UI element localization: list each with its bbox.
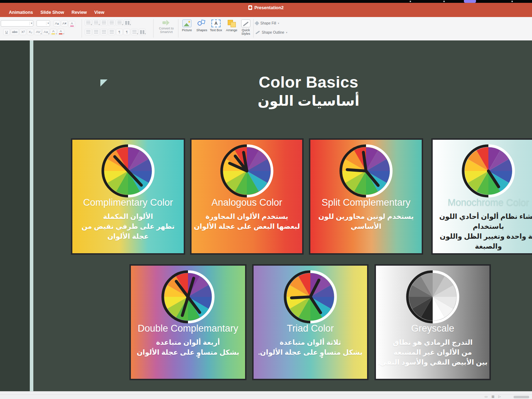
group-divider: [178, 19, 178, 38]
increase-indent-button[interactable]: [108, 20, 115, 26]
arrange-icon: [227, 20, 236, 27]
font-size-combo[interactable]: [37, 20, 50, 27]
powerpoint-title-bar: Presentation2 Animations Slide Show Revi…: [0, 3, 532, 17]
strikethrough-button[interactable]: abc: [11, 29, 19, 35]
view-switcher: ▭▦▷: [484, 395, 501, 398]
shape-fill-button[interactable]: Shape Fill ▾: [255, 21, 279, 25]
card-complementary-color[interactable]: Complimentary Color الألوان المكملة تظهر…: [71, 138, 185, 255]
card-monochrome-color[interactable]: Monochrome Color إنشاء نظام ألوان أحادي …: [431, 138, 532, 255]
card-triad-color[interactable]: Triad Color ثلاثة ألوان متباعدة بشكل متس…: [252, 264, 368, 380]
status-bar-divider: [0, 394, 532, 395]
menubar-status-icon: [511, 1, 513, 2]
menubar-active-item[interactable]: [464, 0, 476, 3]
color-wheel-split-complementary: [338, 143, 394, 199]
card-description-arabic: أربعة ألوان متباعدة بشكل متساوٍ على عجلة…: [137, 337, 239, 357]
tab-view[interactable]: View: [94, 10, 104, 15]
card-title: Monochrome Color: [448, 197, 529, 208]
card-title: Triad Color: [287, 323, 334, 334]
card-greyscale[interactable]: Greyscale التدرج الرمادي هو نطاق من الأل…: [375, 264, 491, 380]
color-wheel-monochrome: [461, 143, 516, 199]
vertical-align-button[interactable]: ▾: [131, 29, 138, 35]
tab-animations[interactable]: Animations: [9, 10, 33, 15]
shrink-font-button[interactable]: A▾: [61, 20, 68, 27]
subscript-button[interactable]: X₂: [27, 29, 34, 35]
shape-fill-icon: [255, 21, 259, 26]
decrease-indent-button[interactable]: [100, 20, 107, 26]
tab-review[interactable]: Review: [72, 10, 87, 15]
document-title: Presentation2: [254, 5, 284, 10]
ltr-paragraph-button[interactable]: ¶: [116, 29, 123, 35]
card-description-arabic: يستخدم لونين مجاورين للون الأساسي: [310, 211, 422, 231]
text-box-icon: [211, 20, 221, 27]
line-spacing-button[interactable]: ▾: [116, 20, 123, 26]
columns-button[interactable]: ▾: [124, 20, 131, 26]
rtl-paragraph-button[interactable]: ¶: [123, 29, 130, 35]
horizontal-scrollbar-thumb[interactable]: [514, 396, 529, 398]
chevron-down-icon: ▾: [278, 22, 279, 25]
slide-accent-stripe: [30, 40, 33, 391]
shape-outline-button[interactable]: Shape Outline ▾: [255, 31, 287, 34]
character-spacing-button[interactable]: AV▾: [34, 29, 41, 35]
align-right-button[interactable]: [100, 29, 107, 35]
quick-styles-icon: [241, 20, 250, 27]
align-left-button[interactable]: [85, 29, 92, 35]
card-double-complementary[interactable]: Double Complemantary أربعة ألوان متباعدة…: [129, 264, 246, 380]
underline-button[interactable]: U: [3, 29, 10, 35]
picture-icon: [182, 20, 192, 27]
shapes-button[interactable]: Shapes: [194, 20, 209, 32]
card-split-complementary[interactable]: Split Complementary يستخدم لونين مجاورين…: [309, 138, 423, 255]
font-name-combo[interactable]: [1, 20, 33, 27]
card-description-arabic: إنشاء نظام ألوان أحادي اللون باستخدام غة…: [433, 211, 532, 251]
powerpoint-document-icon: [248, 5, 252, 10]
superscript-button[interactable]: X²: [20, 29, 26, 35]
text-highlight-button[interactable]: A▾: [50, 29, 57, 35]
slideshow-icon[interactable]: ▷: [498, 395, 501, 398]
color-wheel-double-complementary: [160, 269, 216, 325]
card-title: Complimentary Color: [83, 197, 173, 208]
slide-title[interactable]: Color Basics: [199, 73, 419, 92]
card-description-arabic: ثلاثة ألوان متباعدة بشكل متساوٍ على عجلة…: [258, 337, 363, 357]
ribbon-toolbar: A▴A▾A UabcX²X₂AV▾Aa▾A▾A▾ ▾▾▾▾ ¶¶▾▾ Conve…: [0, 17, 532, 41]
picture-button[interactable]: Picture: [179, 20, 194, 32]
powerpoint-window: Presentation2 Animations Slide Show Revi…: [0, 0, 532, 399]
color-wheel-complementary: [100, 143, 156, 199]
card-analogous-color[interactable]: Analogous Color يستخدم الألوان المجاورة …: [190, 138, 304, 255]
bullets-button[interactable]: ▾: [85, 20, 92, 26]
slide-canvas[interactable]: Color Basics أساسيات اللون Complimentary…: [0, 40, 532, 391]
slide-left-margin: [0, 40, 30, 391]
slide-sorter-icon[interactable]: ▦: [492, 395, 495, 398]
convert-to-smartart-button[interactable]: Convert to SmartArt: [155, 20, 177, 34]
greyscale-wheel: [405, 269, 460, 325]
card-title: Split Complementary: [322, 197, 411, 208]
menubar-status-icon: [443, 1, 445, 2]
document-title-area: Presentation2: [0, 5, 532, 10]
card-description-arabic: الألوان المكملة تظهر على طرفي نقيض من عج…: [72, 211, 184, 241]
text-box-button[interactable]: Text Box: [209, 20, 223, 32]
change-case-button[interactable]: Aa▾: [42, 29, 49, 35]
normal-view-icon[interactable]: ▭: [484, 395, 488, 398]
clear-formatting-button[interactable]: A: [68, 21, 75, 27]
insert-placeholder-button[interactable]: ▾: [139, 29, 146, 35]
grow-font-button[interactable]: A▴: [54, 20, 60, 27]
font-color-button[interactable]: A▾: [57, 29, 64, 35]
ribbon-tabs: Animations Slide Show Review View: [9, 10, 104, 15]
tab-slide-show[interactable]: Slide Show: [40, 10, 64, 15]
numbering-button[interactable]: ▾: [93, 20, 100, 26]
quick-styles-button[interactable]: Quick Styles: [238, 20, 253, 35]
group-divider: [82, 19, 82, 38]
decorative-triangle: [100, 79, 107, 87]
card-title: Greyscale: [411, 323, 454, 334]
shapes-icon: [197, 20, 206, 27]
arrange-button[interactable]: Arrange: [224, 20, 239, 32]
slide-title-arabic[interactable]: أساسيات اللون: [199, 93, 419, 109]
macos-menu-bar: [0, 0, 532, 3]
status-bar: ▭▦▷: [0, 391, 532, 399]
group-divider: [253, 19, 254, 38]
color-wheel-analogous: [219, 143, 275, 199]
justify-button[interactable]: [108, 29, 115, 35]
group-divider: [153, 19, 154, 38]
chevron-down-icon: ▾: [286, 31, 287, 34]
align-center-button[interactable]: [93, 29, 100, 35]
card-description-arabic: التدرج الرمادي هو نطاق من الألوان غير ال…: [378, 337, 487, 367]
color-wheel-triad: [283, 269, 338, 325]
